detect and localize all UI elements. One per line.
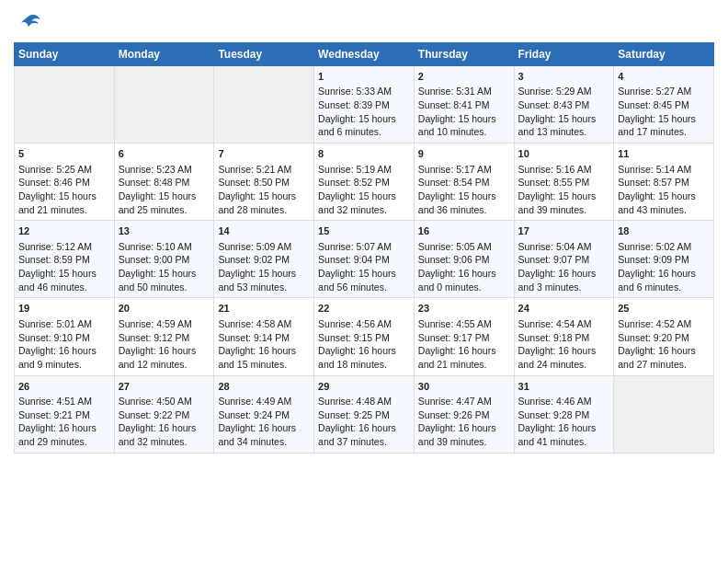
day-info: and 56 minutes. [318,281,410,294]
day-number: 14 [218,224,310,238]
day-info: Daylight: 16 hours [618,267,710,281]
day-number: 11 [618,147,710,161]
day-info: Sunrise: 5:01 AM [18,317,110,331]
day-info: Sunrise: 4:51 AM [18,395,110,408]
day-info: Daylight: 15 hours [218,190,310,203]
day-info: Sunrise: 4:58 AM [218,317,310,331]
day-info: Sunrise: 5:27 AM [618,85,710,98]
day-info: Sunrise: 4:50 AM [119,395,210,408]
day-info: and 41 minutes. [518,435,610,449]
col-header-tuesday: Tuesday [214,43,314,66]
day-info: and 13 minutes. [518,125,610,139]
logo-icon [14,9,43,39]
day-number: 6 [119,147,210,161]
day-info: Sunrise: 5:10 AM [119,240,210,254]
day-number: 9 [418,147,510,161]
day-info: Sunrise: 4:54 AM [518,317,610,331]
day-info: Daylight: 16 hours [518,344,610,358]
day-info: Daylight: 15 hours [618,190,710,203]
day-number: 30 [418,380,510,394]
header-row: SundayMondayTuesdayWednesdayThursdayFrid… [15,43,714,66]
col-header-wednesday: Wednesday [314,43,415,66]
day-info: Sunset: 9:10 PM [18,331,110,345]
day-number: 2 [418,70,510,84]
calendar-cell: 9Sunrise: 5:17 AMSunset: 8:54 PMDaylight… [414,144,514,221]
day-info: Daylight: 15 hours [18,267,110,281]
day-info: Sunset: 9:07 PM [518,253,610,267]
calendar-table: SundayMondayTuesdayWednesdayThursdayFrid… [14,42,714,454]
day-info: Sunset: 9:14 PM [218,331,310,345]
calendar-cell: 7Sunrise: 5:21 AMSunset: 8:50 PMDaylight… [214,144,314,221]
day-info: and 32 minutes. [318,203,410,217]
day-info: Sunrise: 5:04 AM [518,240,610,254]
day-number: 22 [318,302,410,316]
day-info: Daylight: 15 hours [518,190,610,203]
day-info: Daylight: 15 hours [318,267,410,281]
day-info: and 24 minutes. [518,358,610,372]
day-info: and 17 minutes. [618,125,710,139]
week-row-3: 12Sunrise: 5:12 AMSunset: 8:59 PMDayligh… [15,221,714,298]
day-info: and 21 minutes. [418,358,510,372]
day-info: Sunrise: 5:14 AM [618,163,710,177]
day-info: Daylight: 16 hours [218,344,310,358]
day-info: Sunset: 9:22 PM [119,408,210,422]
day-number: 8 [318,147,410,161]
day-number: 27 [119,380,210,394]
day-info: Daylight: 16 hours [318,344,410,358]
day-info: Sunset: 9:25 PM [318,408,410,422]
day-info: Sunrise: 5:17 AM [418,163,510,177]
day-info: Sunrise: 5:21 AM [218,163,310,177]
day-info: and 34 minutes. [218,435,310,449]
day-number: 20 [119,302,210,316]
day-info: and 25 minutes. [119,203,210,217]
week-row-5: 26Sunrise: 4:51 AMSunset: 9:21 PMDayligh… [15,375,714,453]
day-info: Sunset: 9:15 PM [318,331,410,345]
day-info: and 15 minutes. [218,358,310,372]
day-info: and 32 minutes. [119,435,210,449]
day-info: and 39 minutes. [518,203,610,217]
calendar-cell: 3Sunrise: 5:29 AMSunset: 8:43 PMDaylight… [514,66,614,144]
day-info: Sunset: 8:48 PM [119,176,210,190]
calendar-cell [614,375,714,453]
day-number: 26 [18,380,110,394]
day-info: Sunset: 9:26 PM [418,408,510,422]
day-info: Sunrise: 5:05 AM [418,240,510,254]
day-info: Sunset: 9:24 PM [218,408,310,422]
day-number: 31 [518,380,610,394]
calendar-cell [114,66,214,144]
calendar-cell: 10Sunrise: 5:16 AMSunset: 8:55 PMDayligh… [514,144,614,221]
calendar-cell: 22Sunrise: 4:56 AMSunset: 9:15 PMDayligh… [314,298,415,375]
day-info: and 27 minutes. [618,358,710,372]
day-info: Sunset: 8:46 PM [18,176,110,190]
calendar-cell: 31Sunrise: 4:46 AMSunset: 9:28 PMDayligh… [514,375,614,453]
calendar-cell: 19Sunrise: 5:01 AMSunset: 9:10 PMDayligh… [15,298,115,375]
day-info: Daylight: 15 hours [618,112,710,126]
calendar-cell: 16Sunrise: 5:05 AMSunset: 9:06 PMDayligh… [414,221,514,298]
day-info: Sunset: 9:21 PM [18,408,110,422]
day-number: 28 [218,380,310,394]
day-info: Sunrise: 4:48 AM [318,395,410,408]
calendar-cell: 21Sunrise: 4:58 AMSunset: 9:14 PMDayligh… [214,298,314,375]
day-info: Sunrise: 5:31 AM [418,85,510,98]
col-header-monday: Monday [114,43,214,66]
calendar-cell: 6Sunrise: 5:23 AMSunset: 8:48 PMDaylight… [114,144,214,221]
calendar-cell: 25Sunrise: 4:52 AMSunset: 9:20 PMDayligh… [614,298,714,375]
day-number: 5 [18,147,110,161]
day-info: Daylight: 16 hours [119,344,210,358]
day-info: Sunrise: 5:19 AM [318,163,410,177]
day-info: Sunset: 9:17 PM [418,331,510,345]
calendar-cell: 26Sunrise: 4:51 AMSunset: 9:21 PMDayligh… [15,375,115,453]
week-row-2: 5Sunrise: 5:25 AMSunset: 8:46 PMDaylight… [15,144,714,221]
day-info: Sunrise: 5:23 AM [119,163,210,177]
day-info: and 43 minutes. [618,203,710,217]
day-number: 16 [418,224,510,238]
day-info: Daylight: 16 hours [618,344,710,358]
day-info: Sunrise: 4:59 AM [119,317,210,331]
calendar-cell: 24Sunrise: 4:54 AMSunset: 9:18 PMDayligh… [514,298,614,375]
calendar-cell: 2Sunrise: 5:31 AMSunset: 8:41 PMDaylight… [414,66,514,144]
calendar-cell [214,66,314,144]
week-row-4: 19Sunrise: 5:01 AMSunset: 9:10 PMDayligh… [15,298,714,375]
day-info: and 3 minutes. [518,281,610,294]
day-info: Sunrise: 5:33 AM [318,85,410,98]
day-info: Sunset: 8:59 PM [18,253,110,267]
